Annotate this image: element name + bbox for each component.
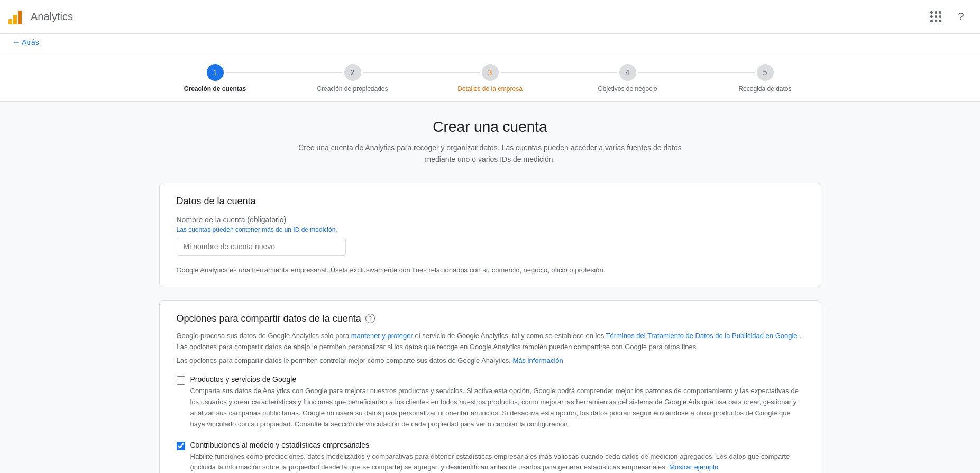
step-label-3: Detalles de la empresa bbox=[457, 85, 523, 93]
sharing-desc: Google procesa sus datos de Google Analy… bbox=[177, 331, 804, 353]
help-button[interactable]: ? bbox=[950, 6, 972, 28]
stepper: 1 Creación de cuentas 2 Creación de prop… bbox=[0, 64, 980, 93]
nav-right: ? bbox=[925, 6, 972, 28]
back-link[interactable]: ← Atrás bbox=[13, 38, 39, 47]
checkbox-content-2: Contribuciones al modelo y estadísticas … bbox=[190, 441, 804, 473]
top-nav: Analytics ? bbox=[0, 0, 980, 34]
desc-link1[interactable]: mantener y proteger bbox=[351, 332, 413, 340]
account-section-title: Datos de la cuenta bbox=[177, 196, 804, 207]
account-name-field-group: Nombre de la cuenta (obligatorio) Las cu… bbox=[177, 215, 804, 256]
field-hint: Las cuentas pueden contener más de un ID… bbox=[177, 226, 804, 233]
nav-left: Analytics bbox=[8, 10, 73, 24]
step-circle-2: 2 bbox=[344, 64, 361, 81]
help-icon: ? bbox=[958, 11, 964, 23]
step-circle-5: 5 bbox=[757, 64, 774, 81]
step-2: 2 Creación de propiedades bbox=[284, 64, 422, 93]
step-1: 1 Creación de cuentas bbox=[146, 64, 284, 93]
account-card: Datos de la cuenta Nombre de la cuenta (… bbox=[159, 183, 821, 287]
page-subtitle-1: Cree una cuenta de Analytics para recoge… bbox=[159, 142, 821, 153]
checkbox-contributions[interactable] bbox=[177, 442, 185, 450]
step-label-2: Creación de propiedades bbox=[317, 85, 388, 93]
checkbox-desc-1: Comparta sus datos de Analytics con Goog… bbox=[190, 386, 804, 430]
checkbox-products[interactable] bbox=[177, 376, 185, 385]
page-subtitle-2: mediante uno o varios IDs de medición. bbox=[159, 153, 821, 165]
step-circle-3: 3 bbox=[482, 64, 499, 81]
show-example-link[interactable]: Mostrar ejemplo bbox=[669, 463, 718, 471]
main-content: Crear una cuenta Cree una cuenta de Anal… bbox=[146, 102, 834, 473]
step-label-4: Objetivos de negocio bbox=[598, 85, 657, 93]
sharing-card: Opciones para compartir datos de la cuen… bbox=[159, 300, 821, 473]
field-label: Nombre de la cuenta (obligatorio) bbox=[177, 215, 804, 224]
step-4: 4 Objetivos de negocio bbox=[559, 64, 697, 93]
step-5: 5 Recogida de datos bbox=[697, 64, 834, 93]
analytics-logo bbox=[8, 10, 25, 24]
grid-apps-button[interactable] bbox=[925, 6, 946, 28]
business-note: Google Analytics es una herramienta empr… bbox=[177, 266, 804, 274]
options-title: Opciones para compartir datos de la cuen… bbox=[177, 313, 361, 324]
options-more: Las opciones para compartir datos le per… bbox=[177, 357, 804, 365]
back-bar: ← Atrás bbox=[0, 34, 980, 51]
step-label-5: Recogida de datos bbox=[738, 85, 791, 93]
step-circle-1: 1 bbox=[207, 64, 224, 81]
checkbox-title-1: Productos y servicios de Google bbox=[190, 375, 804, 384]
step-circle-4: 4 bbox=[619, 64, 636, 81]
page-title: Crear una cuenta bbox=[159, 119, 821, 135]
checkbox-title-2: Contribuciones al modelo y estadísticas … bbox=[190, 441, 804, 449]
checkbox-item-1: Productos y servicios de Google Comparta… bbox=[177, 375, 804, 430]
grid-icon bbox=[930, 11, 941, 22]
field-required: (obligatorio) bbox=[247, 215, 286, 224]
stepper-container: 1 Creación de cuentas 2 Creación de prop… bbox=[0, 51, 980, 102]
step-label-1: Creación de cuentas bbox=[184, 85, 246, 93]
desc-link2[interactable]: Términos del Tratamiento de Datos de la … bbox=[606, 332, 798, 340]
checkbox-content-1: Productos y servicios de Google Comparta… bbox=[190, 375, 804, 430]
account-name-input[interactable] bbox=[177, 238, 346, 256]
checkbox-item-2: Contribuciones al modelo y estadísticas … bbox=[177, 441, 804, 473]
app-title: Analytics bbox=[31, 11, 73, 23]
sharing-help-icon[interactable]: ? bbox=[365, 314, 375, 323]
step-3: 3 Detalles de la empresa bbox=[422, 64, 559, 93]
page-header: Crear una cuenta Cree una cuenta de Anal… bbox=[159, 119, 821, 166]
options-header: Opciones para compartir datos de la cuen… bbox=[177, 313, 804, 324]
more-info-link[interactable]: Más información bbox=[512, 357, 563, 365]
checkbox-desc-2: Habilite funciones como predicciones, da… bbox=[190, 451, 804, 473]
